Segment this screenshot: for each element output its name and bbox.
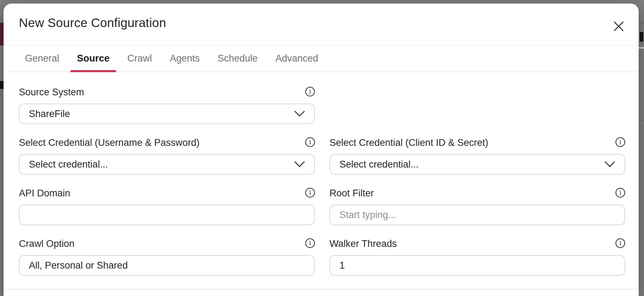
field-label-row: Crawl Option i — [19, 238, 315, 249]
field-label: Select Credential (Username & Password) — [19, 137, 199, 148]
form-content: Source System i ShareFile Select Credent… — [4, 72, 639, 276]
info-icon[interactable]: i — [305, 238, 315, 248]
field-label-row: API Domain i — [19, 187, 315, 199]
field-text: ShareFile — [29, 109, 70, 120]
crawl-option-field-group: Crawl Option i All, Personal or Shared — [19, 238, 315, 276]
crawl-option-input[interactable]: All, Personal or Shared — [19, 255, 315, 276]
api-domain-field-group: API Domain i — [19, 187, 315, 225]
credential-username-password-dropdown[interactable]: Select credential... — [19, 154, 315, 175]
tab-advanced[interactable]: Advanced — [269, 46, 324, 72]
field-label: Walker Threads — [329, 238, 397, 249]
tab-general[interactable]: General — [19, 46, 66, 72]
background-right-line — [639, 123, 644, 123]
tab-label: Schedule — [218, 53, 258, 64]
footer-divider — [4, 289, 639, 290]
tab-schedule[interactable]: Schedule — [211, 46, 264, 72]
info-icon[interactable]: i — [616, 188, 625, 197]
root-filter-input[interactable]: Start typing... — [329, 205, 625, 225]
background-right-line — [639, 22, 644, 23]
credential-client-id-secret-field-group: Select Credential (Client ID & Secret) i… — [329, 137, 625, 175]
dialog-title: New Source Configuration — [19, 16, 166, 30]
background-left-dark-strip — [0, 81, 4, 89]
tab-label: Advanced — [275, 53, 318, 64]
credential-client-id-secret-dropdown[interactable]: Select credential... — [329, 154, 625, 175]
credential-username-password-field-group: Select Credential (Username & Password) … — [19, 137, 315, 175]
info-icon[interactable]: i — [305, 188, 315, 197]
root-filter-field-group: Root Filter i Start typing... — [329, 187, 625, 225]
chevron-down-icon — [294, 161, 305, 168]
background-right-line — [639, 47, 644, 48]
tab-source[interactable]: Source — [71, 46, 116, 72]
field-label-row: Select Credential (Client ID & Secret) i — [329, 137, 625, 148]
field-label: Crawl Option — [19, 238, 74, 249]
close-button[interactable] — [612, 19, 626, 33]
field-label-row: Source System i — [19, 86, 315, 98]
field-label-row: Select Credential (Username & Password) … — [19, 137, 315, 148]
source-system-field-group: Source System i ShareFile — [19, 86, 315, 124]
walker-threads-field-group: Walker Threads i 1 — [329, 238, 625, 276]
field-text: All, Personal or Shared — [29, 260, 128, 271]
info-icon[interactable]: i — [305, 87, 315, 96]
tab-label: Agents — [170, 53, 200, 64]
tab-label: Source — [77, 53, 110, 64]
field-text: Select credential... — [29, 159, 108, 170]
new-source-configuration-dialog: New Source Configuration General Source … — [4, 4, 639, 296]
info-icon[interactable]: i — [616, 238, 625, 248]
close-icon — [614, 21, 624, 31]
api-domain-input[interactable] — [19, 205, 315, 225]
dialog-header: New Source Configuration — [4, 4, 639, 46]
background-right-dash — [640, 32, 643, 42]
walker-threads-input[interactable]: 1 — [329, 255, 625, 276]
field-text: 1 — [339, 260, 345, 271]
source-system-dropdown[interactable]: ShareFile — [19, 104, 315, 124]
field-label: API Domain — [19, 187, 70, 199]
info-icon[interactable]: i — [616, 137, 625, 147]
dialog-tabbar: General Source Crawl Agents Schedule Adv… — [4, 46, 639, 72]
info-icon[interactable]: i — [305, 137, 315, 147]
field-text: Select credential... — [339, 159, 419, 170]
field-label: Select Credential (Client ID & Secret) — [329, 137, 488, 148]
field-label: Root Filter — [329, 187, 374, 199]
field-label-row: Walker Threads i — [329, 238, 625, 249]
field-text: Start typing... — [339, 210, 396, 221]
tab-label: Crawl — [128, 53, 152, 64]
tab-crawl[interactable]: Crawl — [121, 46, 159, 72]
tab-label: General — [25, 53, 59, 64]
chevron-down-icon — [604, 161, 615, 168]
field-label-row: Root Filter i — [329, 187, 625, 199]
field-label: Source System — [19, 86, 84, 98]
chevron-down-icon — [294, 111, 305, 117]
background-left-accent-strip — [0, 23, 4, 46]
tab-agents[interactable]: Agents — [163, 46, 206, 72]
